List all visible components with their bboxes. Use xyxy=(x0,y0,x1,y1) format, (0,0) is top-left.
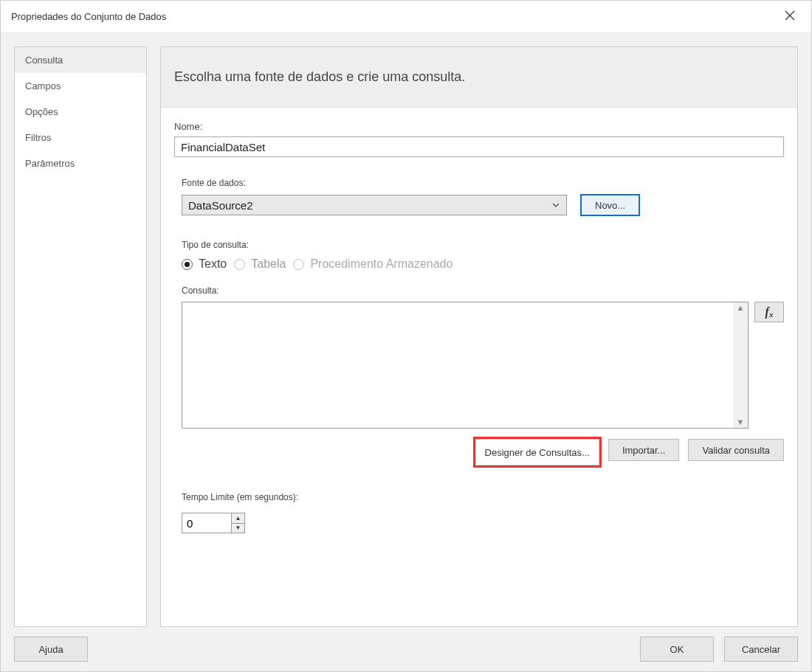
radio-texto[interactable]: Texto xyxy=(182,257,227,271)
sidebar-item-opcoes[interactable]: Opções xyxy=(15,99,146,125)
query-action-row: Designer de Consultas... Importar... Val… xyxy=(182,439,784,465)
radio-sp[interactable]: Procedimento Armazenado xyxy=(293,257,453,271)
query-designer-button[interactable]: Designer de Consultas... xyxy=(475,439,599,465)
timeout-input[interactable] xyxy=(182,513,231,533)
timeout-label: Tempo Limite (em segundos): xyxy=(182,492,784,502)
name-input[interactable] xyxy=(174,136,784,157)
sidebar-item-filtros[interactable]: Filtros xyxy=(15,125,146,150)
close-icon xyxy=(785,10,795,21)
validate-query-button[interactable]: Validar consulta xyxy=(688,439,784,461)
name-label: Nome: xyxy=(174,121,784,132)
fx-icon-sub: x xyxy=(769,310,774,319)
timeout-spinner[interactable]: ▲ ▼ xyxy=(182,513,245,533)
querytype-radio-group: Texto Tabela Procedimento Armazenado xyxy=(182,257,784,271)
main-panel: Escolha uma fonte de dados e crie uma co… xyxy=(160,46,798,627)
radio-icon xyxy=(182,259,193,270)
query-textarea[interactable]: ▲ ▼ xyxy=(182,302,749,429)
close-button[interactable] xyxy=(779,10,801,23)
datasource-value: DataSource2 xyxy=(188,199,253,212)
cancel-button[interactable]: Cancelar xyxy=(724,637,798,662)
import-button[interactable]: Importar... xyxy=(608,439,680,461)
radio-tabela[interactable]: Tabela xyxy=(234,257,286,271)
window-title: Propriedades do Conjunto de Dados xyxy=(11,11,779,22)
scrollbar[interactable]: ▲ ▼ xyxy=(733,302,748,428)
radio-texto-label: Texto xyxy=(199,257,227,271)
spinner-down-button[interactable]: ▼ xyxy=(232,524,244,533)
ok-button[interactable]: OK xyxy=(640,637,714,662)
sidebar: Consulta Campos Opções Filtros Parâmetro… xyxy=(14,46,147,627)
body-area: Consulta Campos Opções Filtros Parâmetro… xyxy=(1,33,811,627)
sidebar-item-parametros[interactable]: Parâmetros xyxy=(15,150,146,176)
querytype-label: Tipo de consulta: xyxy=(182,240,784,250)
sidebar-item-consulta[interactable]: Consulta xyxy=(15,47,146,73)
datasource-select[interactable]: DataSource2 xyxy=(182,195,567,215)
chevron-down-icon xyxy=(551,199,560,212)
radio-tabela-label: Tabela xyxy=(251,257,286,271)
radio-sp-label: Procedimento Armazenado xyxy=(310,257,453,271)
scroll-down-icon: ▼ xyxy=(737,418,745,426)
dialog-window: Propriedades do Conjunto de Dados Consul… xyxy=(0,0,812,672)
scroll-up-icon: ▲ xyxy=(737,304,745,312)
spinner-up-button[interactable]: ▲ xyxy=(232,513,244,524)
sidebar-item-campos[interactable]: Campos xyxy=(15,73,146,99)
main-content: Nome: Fonte de dados: DataSource2 Novo..… xyxy=(161,108,797,626)
main-heading: Escolha uma fonte de dados e crie uma co… xyxy=(161,47,797,108)
new-datasource-button[interactable]: Novo... xyxy=(580,194,640,216)
datasource-label: Fonte de dados: xyxy=(182,178,784,188)
radio-icon xyxy=(234,259,245,270)
footer: Ajuda OK Cancelar xyxy=(1,627,811,671)
titlebar: Propriedades do Conjunto de Dados xyxy=(1,1,811,33)
help-button[interactable]: Ajuda xyxy=(14,637,88,662)
expression-button[interactable]: fx xyxy=(754,302,784,322)
radio-icon xyxy=(293,259,304,270)
query-label: Consulta: xyxy=(182,285,784,296)
